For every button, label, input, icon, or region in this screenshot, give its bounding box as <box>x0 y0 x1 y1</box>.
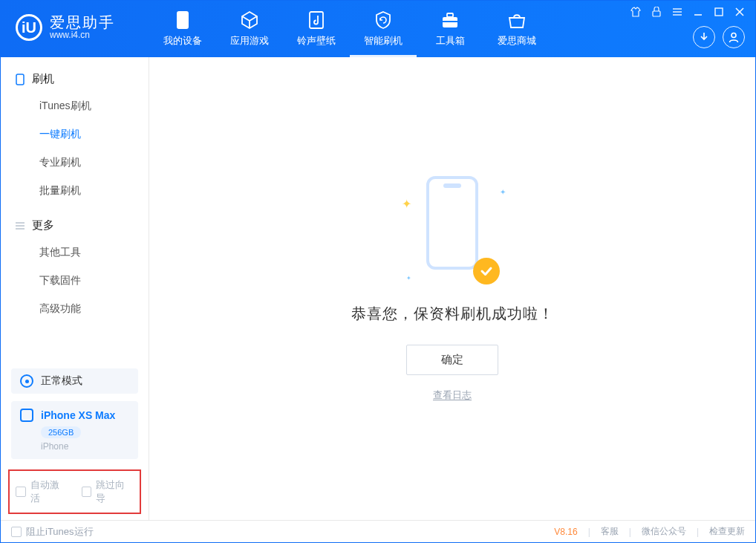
check-update-link[interactable]: 检查更新 <box>709 525 745 538</box>
device-type: iPhone <box>41 441 129 452</box>
lock-icon[interactable] <box>650 5 663 19</box>
version-label: V8.16 <box>554 527 577 537</box>
checkbox-skip-guide[interactable]: 跳过向导 <box>82 478 134 505</box>
device-icon <box>173 10 192 30</box>
device-icon <box>20 409 33 422</box>
ok-button[interactable]: 确定 <box>406 345 498 375</box>
success-check-icon <box>473 258 500 284</box>
tab-label: 铃声壁纸 <box>297 34 336 48</box>
cb-label: 阻止iTunes运行 <box>26 525 94 539</box>
sidebar-item-batch-flash[interactable]: 批量刷机 <box>1 177 149 205</box>
store-icon <box>507 10 527 30</box>
header-action-circles <box>693 26 745 48</box>
tab-label: 我的设备 <box>163 34 202 48</box>
group-more: 更多 <box>1 212 149 238</box>
device-panel: 正常模式 iPhone XS Max 256GB iPhone <box>1 362 149 464</box>
cb-label: 自动激活 <box>30 478 68 505</box>
app-url: www.i4.cn <box>50 30 115 40</box>
sidebar-item-itunes-flash[interactable]: iTunes刷机 <box>1 92 149 120</box>
sidebar-item-pro-flash[interactable]: 专业刷机 <box>1 149 149 177</box>
sparkle-icon: ✦ <box>402 197 411 211</box>
highlighted-checkbox-row: 自动激活 跳过向导 <box>8 469 141 514</box>
success-illustration: ✦ ✦ ✦ <box>408 176 497 287</box>
window-controls <box>629 5 746 19</box>
app-name: 爱思助手 <box>50 14 115 30</box>
group-flash: 刷机 <box>1 66 149 92</box>
tab-label: 应用游戏 <box>230 34 269 48</box>
svg-rect-4 <box>443 21 457 22</box>
main-content: ✦ ✦ ✦ 恭喜您，保资料刷机成功啦！ 确定 查看日志 <box>149 57 755 520</box>
view-log-link[interactable]: 查看日志 <box>433 388 472 402</box>
tab-toolbox[interactable]: 工具箱 <box>417 1 483 57</box>
mode-icon <box>20 374 33 388</box>
tab-label: 智能刷机 <box>364 34 403 48</box>
checkbox-icon <box>11 527 22 537</box>
logo: iU 爱思助手 www.i4.cn <box>1 1 149 41</box>
shield-refresh-icon <box>374 10 393 30</box>
sidebar-item-download-fw[interactable]: 下载固件 <box>1 267 149 295</box>
phone-icon <box>14 74 26 85</box>
svg-rect-5 <box>653 11 660 16</box>
svg-rect-3 <box>447 13 453 17</box>
device-capacity: 256GB <box>41 426 81 438</box>
separator: | <box>629 527 631 537</box>
nav-tabs: 我的设备 应用游戏 铃声壁纸 智能刷机 工具箱 爱思商城 <box>149 1 550 57</box>
app-header: iU 爱思助手 www.i4.cn 我的设备 应用游戏 铃声壁纸 智能刷机 工具… <box>1 1 755 57</box>
group-title: 刷机 <box>32 72 54 86</box>
svg-rect-10 <box>715 8 723 16</box>
music-icon <box>307 10 326 30</box>
svg-point-13 <box>731 33 736 38</box>
toolbox-icon <box>440 10 460 30</box>
tab-label: 工具箱 <box>436 34 465 48</box>
tab-flash[interactable]: 智能刷机 <box>350 1 417 57</box>
sidebar: 刷机 iTunes刷机 一键刷机 专业刷机 批量刷机 更多 其他工具 下载固件 … <box>1 57 149 520</box>
svg-rect-1 <box>310 12 323 28</box>
cube-icon <box>240 10 259 30</box>
sidebar-item-advanced[interactable]: 高级功能 <box>1 295 149 323</box>
minimize-icon[interactable] <box>691 5 705 19</box>
separator: | <box>588 527 590 537</box>
tab-apps[interactable]: 应用游戏 <box>216 1 283 57</box>
separator: | <box>697 527 699 537</box>
cb-label: 跳过向导 <box>96 478 134 505</box>
sparkle-icon: ✦ <box>406 275 411 282</box>
wechat-link[interactable]: 微信公众号 <box>642 525 686 538</box>
mode-label: 正常模式 <box>41 374 82 388</box>
device-name: iPhone XS Max <box>41 409 115 421</box>
device-card[interactable]: iPhone XS Max 256GB iPhone <box>11 401 138 459</box>
sidebar-item-one-click-flash[interactable]: 一键刷机 <box>1 120 149 149</box>
tab-ringtones[interactable]: 铃声壁纸 <box>283 1 350 57</box>
support-link[interactable]: 客服 <box>601 525 619 538</box>
shirt-icon[interactable] <box>629 5 642 19</box>
menu-icon[interactable] <box>671 5 684 19</box>
checkbox-icon <box>82 487 92 497</box>
status-bar: 阻止iTunes运行 V8.16 | 客服 | 微信公众号 | 检查更新 <box>1 520 755 542</box>
svg-rect-14 <box>16 74 24 85</box>
mode-card[interactable]: 正常模式 <box>11 368 138 394</box>
success-message: 恭喜您，保资料刷机成功啦！ <box>351 304 554 324</box>
user-button[interactable] <box>723 26 745 48</box>
sidebar-item-other-tools[interactable]: 其他工具 <box>1 238 149 267</box>
tab-label: 爱思商城 <box>498 34 536 48</box>
phone-outline-icon <box>426 176 478 270</box>
list-icon <box>14 220 26 232</box>
checkbox-auto-activate[interactable]: 自动激活 <box>16 478 68 505</box>
group-title: 更多 <box>32 218 54 233</box>
checkbox-block-itunes[interactable]: 阻止iTunes运行 <box>11 525 94 539</box>
close-icon[interactable] <box>733 5 746 19</box>
svg-rect-0 <box>177 11 189 29</box>
download-button[interactable] <box>693 26 715 48</box>
tab-store[interactable]: 爱思商城 <box>483 1 550 57</box>
maximize-icon[interactable] <box>712 5 726 19</box>
logo-icon: iU <box>16 14 42 41</box>
tab-my-device[interactable]: 我的设备 <box>149 1 216 57</box>
sparkle-icon: ✦ <box>500 188 506 196</box>
